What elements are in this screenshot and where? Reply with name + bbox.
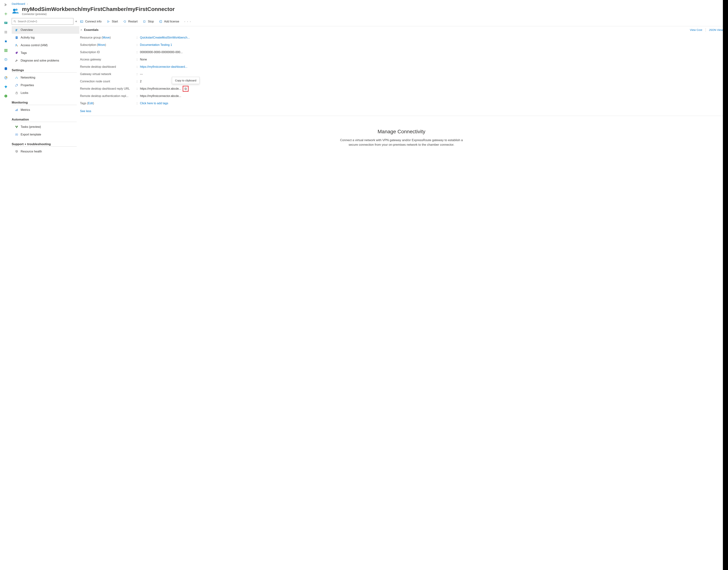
rail-add-icon[interactable] (4, 12, 8, 16)
sidebar-item-tags[interactable]: Tags (12, 49, 79, 57)
rail-cube-icon[interactable] (4, 57, 8, 62)
sidebar-item-resource-health[interactable]: Resource health (12, 148, 79, 156)
essentials-value: 2 (140, 80, 723, 83)
essentials-key-action[interactable]: Move (98, 43, 105, 46)
metrics-icon (15, 108, 18, 112)
restart-label: Restart (128, 20, 138, 23)
svg-point-3 (4, 33, 5, 33)
start-button[interactable]: Start (107, 20, 118, 23)
essentials-value: https://myfirstconnector.abcde... (140, 86, 723, 92)
add-license-button[interactable]: Add license (159, 20, 179, 23)
essentials-key: Subscription (Move) (80, 43, 137, 47)
svg-point-18 (13, 9, 15, 11)
resource-type-icon (12, 7, 19, 15)
connectivity-body: Connect a virtual network with VPN gatew… (338, 138, 466, 147)
sidebar-item-label: Networking (21, 76, 35, 79)
lock-icon (15, 91, 18, 95)
rail-sql-icon[interactable] (4, 66, 8, 71)
sidebar-item-overview[interactable]: Overview (12, 26, 79, 34)
search-input[interactable] (18, 20, 72, 23)
svg-point-26 (17, 52, 17, 52)
search-input-wrapper[interactable] (12, 18, 73, 25)
chevron-up-icon (80, 29, 82, 31)
svg-rect-4 (5, 49, 5, 50)
breadcrumb-root[interactable]: Dashboard (12, 2, 25, 5)
copy-tooltip: Copy to clipboard (172, 77, 199, 84)
sidebar-item-diagnose-and-solve-problems[interactable]: Diagnose and solve problems (12, 57, 79, 64)
svg-rect-35 (17, 126, 18, 127)
sidebar-item-label: Export template (21, 133, 41, 136)
rail-gem-icon[interactable] (4, 85, 8, 89)
resource-menu: « OverviewActivity logAccess control (IA… (12, 18, 79, 570)
sidebar-item-access-control-iam-[interactable]: Access control (IAM) (12, 41, 79, 49)
svg-point-19 (15, 9, 18, 11)
stop-button[interactable]: Stop (143, 20, 154, 23)
essentials-row: Remote desktop authentication repl...:ht… (80, 92, 723, 100)
sidebar-group-automation: Automation (12, 114, 77, 122)
svg-rect-38 (80, 20, 83, 22)
essentials-key: Remote desktop authentication repl... (80, 94, 137, 98)
essentials-toggle[interactable]: Essentials (80, 28, 99, 32)
chevron-right-icon: › (27, 2, 28, 5)
svg-rect-31 (15, 110, 16, 111)
sidebar-item-label: Overview (21, 28, 33, 32)
essentials-row: Access gateway:None (80, 56, 723, 63)
svg-point-15 (6, 76, 7, 78)
essentials-value[interactable]: https://myfirstconnector-dashboard... (140, 65, 723, 68)
essentials-key: Access gateway (80, 58, 137, 61)
essentials-value[interactable]: Documentation Testing 1 (140, 43, 723, 47)
more-commands-button[interactable]: · · · (184, 19, 191, 24)
json-view-link[interactable]: JSON View (709, 28, 723, 31)
log-icon (15, 36, 18, 39)
rail-star-icon[interactable] (4, 39, 8, 43)
sidebar-item-activity-log[interactable]: Activity log (12, 34, 79, 41)
svg-point-29 (16, 77, 17, 77)
rail-chart-icon[interactable] (4, 21, 8, 25)
connect-info-button[interactable]: Connect info (80, 20, 102, 23)
sidebar-item-export-template[interactable]: Export template (12, 131, 79, 138)
essentials-key-action[interactable]: Move (103, 36, 110, 39)
essentials-key-action[interactable]: Edit (88, 102, 93, 105)
breadcrumb: Dashboard › (12, 0, 723, 6)
sidebar-item-label: Properties (21, 84, 34, 87)
sidebar-group-support-troubleshooting: Support + troubleshooting (12, 138, 77, 147)
svg-rect-11 (5, 51, 6, 52)
sidebar-item-label: Locks (21, 91, 28, 94)
svg-rect-6 (7, 49, 7, 50)
sidebar-item-label: Access control (IAM) (21, 44, 48, 47)
kv-separator: : (137, 58, 140, 61)
svg-rect-42 (185, 88, 186, 89)
collapse-menu-icon[interactable]: « (75, 19, 77, 23)
kv-separator: : (137, 72, 140, 76)
rail-cost-icon[interactable]: $ (4, 94, 8, 98)
connectivity-title: Manage Connectivity (338, 129, 466, 134)
essentials-key: Gateway virtual network (80, 72, 137, 76)
essentials-row: Remote desktop dashboard reply URL:https… (80, 85, 723, 92)
restart-button[interactable]: Restart (123, 20, 138, 23)
copy-icon[interactable] (184, 87, 188, 91)
svg-rect-12 (7, 51, 7, 52)
sidebar-item-tasks-preview-[interactable]: Tasks (preview) (12, 123, 79, 131)
rail-grid-icon[interactable] (4, 48, 8, 53)
essentials-value[interactable]: Click here to add tags (140, 102, 723, 105)
rail-list-icon[interactable] (4, 30, 8, 34)
essentials-value[interactable]: QuickstartCreateModSimWorkbench... (140, 36, 723, 39)
net-icon (15, 76, 18, 79)
detail-pane: Connect info Start Restart Stop (79, 18, 723, 570)
rail-globe-icon[interactable] (4, 75, 8, 80)
rail-expand-icon[interactable] (4, 3, 8, 7)
sidebar-group-settings: Settings (12, 64, 77, 73)
sidebar-item-label: Tags (21, 51, 27, 55)
sidebar-item-locks[interactable]: Locks (12, 89, 79, 97)
sidebar-item-properties[interactable]: Properties (12, 81, 79, 89)
essentials-row: Tags (Edit):Click here to add tags (80, 100, 723, 107)
svg-rect-34 (15, 126, 16, 127)
essentials-key: Remote desktop dashboard reply URL (80, 87, 137, 90)
see-less-link[interactable]: See less (80, 108, 91, 115)
copy-button-highlight (183, 86, 189, 92)
sidebar-item-metrics[interactable]: Metrics (12, 106, 79, 114)
tasks-icon (15, 125, 18, 129)
view-cost-link[interactable]: View Cost (690, 28, 702, 31)
svg-rect-7 (5, 50, 5, 51)
sidebar-item-networking[interactable]: Networking (12, 74, 79, 81)
